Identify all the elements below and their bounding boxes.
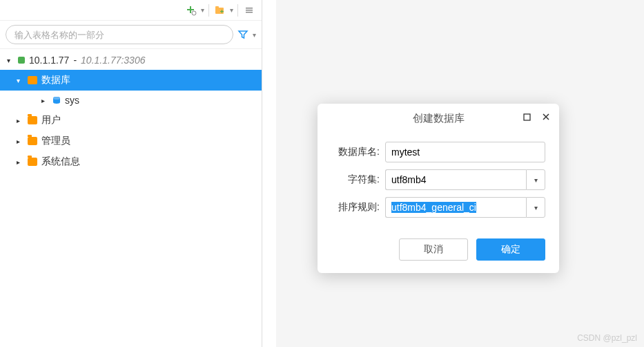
expand-icon[interactable] [17,158,23,166]
new-folder-icon[interactable] [213,3,227,17]
form-row-name: 数据库名: [331,142,545,162]
dash: - [73,55,77,66]
tree-item-label: 用户 [41,114,61,126]
dialog-title: 创建数据库 [413,112,465,125]
connection-address: 10.1.1.77:3306 [81,55,145,66]
name-label: 数据库名: [331,146,385,158]
search-input[interactable] [6,25,233,44]
connection-host: 10.1.1.77 [29,55,69,66]
charset-combo: ▾ [385,169,545,190]
filter-icon[interactable] [237,29,248,40]
content-area: 创建数据库 数据库名: 字符集: ▾ [276,0,644,347]
form-row-charset: 字符集: ▾ [331,169,545,190]
tree-item-database[interactable]: 数据库 [0,70,262,91]
tree-item-label: 管理员 [41,135,70,147]
search-row: ▾ [0,21,262,49]
toolbar: ▾ ▾ [0,0,262,21]
connection-tree: 10.1.1.77 - 10.1.1.77:3306 数据库 sys 用户 管理… [0,49,262,174]
svg-point-7 [53,97,60,100]
charset-input[interactable] [385,169,526,190]
dropdown-button[interactable]: ▾ [526,197,545,218]
expand-icon[interactable] [17,117,23,124]
ok-button[interactable]: 确定 [476,238,545,261]
collation-label: 排序规则: [331,201,385,214]
expand-icon[interactable] [41,97,48,104]
cancel-button[interactable]: 取消 [399,238,468,261]
tree-item-label: 系统信息 [41,156,80,168]
tree-item-label: sys [65,95,79,106]
tree-item-sys[interactable]: sys [0,91,262,110]
watermark: CSDN @pzl_pzl [577,333,637,343]
expand-icon[interactable] [17,77,23,84]
toolbar-separator [237,4,238,17]
tree-item-label: 数据库 [41,74,70,86]
folder-icon [28,116,37,124]
dialog-body: 数据库名: 字符集: ▾ 排序规则: utf8mb4_general_ci ▾ [318,133,559,230]
svg-rect-5 [246,12,253,13]
database-name-input[interactable] [385,142,545,162]
dropdown-button[interactable]: ▾ [526,169,545,190]
form-row-collation: 排序规则: utf8mb4_general_ci ▾ [331,197,545,218]
tree-item-users[interactable]: 用户 [0,110,262,131]
svg-rect-3 [246,8,253,9]
connection-icon [18,57,25,64]
collation-value-selected: utf8mb4_general_ci [391,202,476,213]
collation-combo: utf8mb4_general_ci ▾ [385,197,545,218]
connection-node[interactable]: 10.1.1.77 - 10.1.1.77:3306 [0,50,262,70]
window-controls [522,112,551,122]
dropdown-caret-icon[interactable]: ▾ [201,6,204,14]
new-connection-icon[interactable] [184,3,198,17]
maximize-icon[interactable] [522,112,531,122]
svg-rect-1 [215,8,224,14]
expand-icon[interactable] [7,57,14,64]
dialog-header: 创建数据库 [318,104,559,133]
close-icon[interactable] [541,112,551,122]
expand-icon[interactable] [17,138,23,145]
toolbar-separator [208,4,209,17]
tree-item-admin[interactable]: 管理员 [0,131,262,151]
folder-icon [28,158,37,166]
tree-item-sysinfo[interactable]: 系统信息 [0,151,262,172]
database-icon [52,96,61,104]
collation-input[interactable]: utf8mb4_general_ci [385,197,526,218]
database-folder-icon [28,76,37,84]
svg-rect-4 [246,10,253,11]
folder-icon [28,137,37,145]
charset-label: 字符集: [331,174,385,186]
dropdown-caret-icon[interactable]: ▾ [230,6,233,14]
navigator-panel: ▾ ▾ ▾ 10.1.1.77 - 10.1.1.77:3306 数据库 [0,0,262,347]
svg-rect-8 [524,114,530,120]
more-icon[interactable] [242,3,256,17]
create-database-dialog: 创建数据库 数据库名: 字符集: ▾ [318,104,559,273]
svg-rect-2 [215,6,219,8]
svg-point-0 [192,11,196,15]
dialog-footer: 取消 确定 [318,230,559,273]
dropdown-caret-icon[interactable]: ▾ [253,31,256,39]
